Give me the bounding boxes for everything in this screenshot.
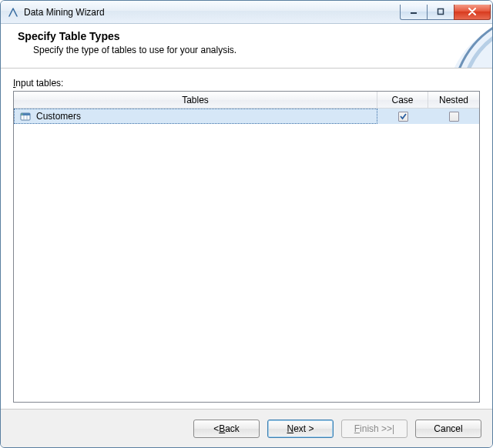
column-header-tables[interactable]: Tables [14, 92, 377, 108]
grid-header: Tables Case Nested [14, 92, 479, 109]
wizard-header: Specify Table Types Specify the type of … [1, 24, 492, 69]
finish-button: Finish >>| [341, 420, 407, 438]
cancel-button[interactable]: Cancel [415, 420, 481, 438]
nested-checkbox[interactable] [449, 112, 459, 122]
wizard-body: Input tables: Tables Case Nested [1, 69, 492, 409]
minimize-button[interactable] [400, 5, 428, 20]
window-title: Data Mining Wizard [24, 7, 401, 18]
header-graphic [407, 24, 492, 69]
close-button[interactable] [454, 5, 491, 20]
column-header-case[interactable]: Case [377, 92, 428, 108]
svg-rect-0 [411, 12, 417, 14]
wizard-window: Data Mining Wizard Specify Table Types S… [0, 0, 493, 448]
case-checkbox[interactable] [398, 112, 408, 122]
table-name: Customers [36, 111, 81, 122]
window-controls [401, 5, 491, 20]
maximize-button[interactable] [427, 5, 454, 20]
back-button[interactable]: < Back [193, 420, 260, 438]
table-name-cell[interactable]: Customers [14, 109, 377, 124]
svg-point-6 [22, 114, 23, 115]
column-header-nested[interactable]: Nested [428, 92, 479, 108]
input-tables-label: Input tables: [13, 78, 480, 89]
svg-rect-1 [438, 9, 444, 15]
table-icon [19, 110, 32, 122]
case-cell [377, 109, 428, 124]
wizard-footer: < Back Next > Finish >>| Cancel [1, 409, 492, 447]
nested-cell [428, 109, 479, 124]
table-row[interactable]: Customers [14, 109, 479, 124]
app-icon [7, 6, 19, 18]
titlebar: Data Mining Wizard [1, 1, 492, 24]
grid-body: Customers [14, 109, 479, 402]
next-button[interactable]: Next > [267, 420, 334, 438]
input-tables-grid[interactable]: Tables Case Nested [13, 91, 480, 403]
